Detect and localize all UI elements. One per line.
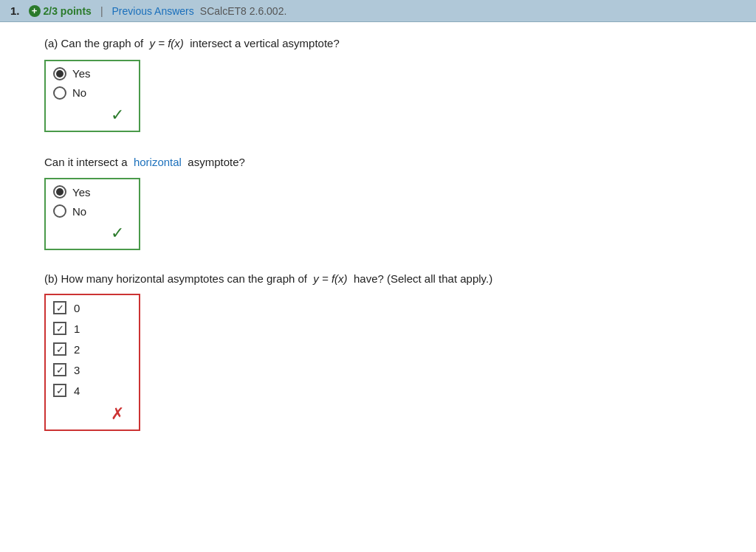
checkbox-1[interactable]: 1 xyxy=(53,322,128,335)
header-bar: 1. + 2/3 points | Previous Answers SCalc… xyxy=(0,0,756,22)
checkbox-2-label: 2 xyxy=(74,343,80,356)
horizontal-no-option[interactable]: No xyxy=(53,204,128,218)
part-b-question: (b) How many horizontal asymptotes can t… xyxy=(44,272,712,285)
checkbox-2-box[interactable] xyxy=(53,342,66,356)
checkbox-3[interactable]: 3 xyxy=(53,363,128,376)
vertical-no-option[interactable]: No xyxy=(53,86,128,100)
checkbox-0[interactable]: 0 xyxy=(53,301,128,314)
horizontal-no-radio[interactable] xyxy=(53,204,66,218)
vertical-no-radio[interactable] xyxy=(53,86,66,100)
part-b-end: have? (Select all that apply.) xyxy=(354,272,492,285)
vertical-question-end: intersect a vertical asymptote? xyxy=(190,37,340,49)
horizontal-question: Can it intersect a horizontal asymptote? xyxy=(44,154,712,171)
vertical-checkmark: ✓ xyxy=(53,106,128,125)
points-badge: + 2/3 points xyxy=(29,5,92,17)
checkbox-3-box[interactable] xyxy=(53,363,66,376)
part-b-start: (b) How many horizontal asymptotes can t… xyxy=(44,272,307,285)
points-text: 2/3 points xyxy=(44,5,92,17)
vertical-response-box: Yes No ✓ xyxy=(44,60,140,132)
horizontal-response-box: Yes No ✓ xyxy=(44,178,140,250)
part-b-response-box: 0 1 2 3 4 ✗ xyxy=(44,294,140,431)
vertical-math: y = f(x) xyxy=(150,37,184,49)
checkbox-1-box[interactable] xyxy=(53,322,66,335)
horizontal-yes-label: Yes xyxy=(72,186,90,199)
checkbox-2[interactable]: 2 xyxy=(53,342,128,356)
ref-text: SCalcET8 2.6.002. xyxy=(200,5,287,17)
horizontal-no-label: No xyxy=(72,205,86,218)
checkbox-1-label: 1 xyxy=(74,322,80,335)
plus-icon: + xyxy=(29,5,41,17)
vertical-yes-radio[interactable] xyxy=(53,67,66,80)
horizontal-word: horizontal xyxy=(134,156,182,168)
part-b-xmark: ✗ xyxy=(53,404,128,424)
vertical-yes-option[interactable]: Yes xyxy=(53,67,128,80)
horizontal-yes-option[interactable]: Yes xyxy=(53,185,128,199)
checkbox-3-label: 3 xyxy=(74,364,80,376)
checkbox-0-box[interactable] xyxy=(53,301,66,314)
vertical-yes-label: Yes xyxy=(72,67,90,80)
divider: | xyxy=(100,5,103,17)
content-area: (a) Can the graph of y = f(x) intersect … xyxy=(0,22,756,449)
checkbox-4-box[interactable] xyxy=(53,384,66,397)
vertical-no-label: No xyxy=(72,86,86,99)
question-number: 1. xyxy=(10,4,20,17)
checkbox-0-label: 0 xyxy=(74,302,80,314)
checkbox-4[interactable]: 4 xyxy=(53,384,128,397)
horizontal-question-start: Can it intersect a xyxy=(44,156,128,168)
checkbox-4-label: 4 xyxy=(74,384,80,397)
vertical-question: (a) Can the graph of y = f(x) intersect … xyxy=(44,35,712,52)
prev-answers-link[interactable]: Previous Answers xyxy=(112,5,194,17)
horizontal-yes-radio[interactable] xyxy=(53,185,66,199)
horizontal-question-end: asymptote? xyxy=(188,156,245,168)
vertical-question-start: (a) Can the graph of xyxy=(44,37,143,49)
part-b-math: y = f(x) xyxy=(313,272,347,285)
horizontal-checkmark: ✓ xyxy=(53,224,128,243)
